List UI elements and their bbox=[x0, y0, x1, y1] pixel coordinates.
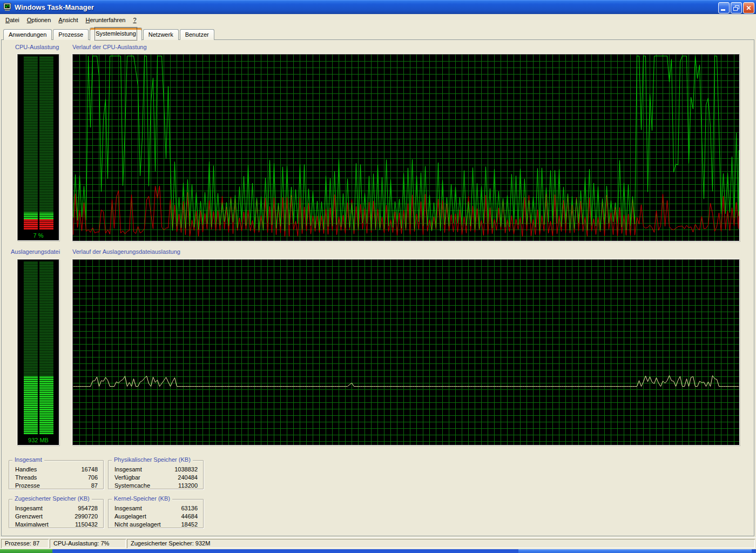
cpu-gauge-value: 7 % bbox=[18, 232, 59, 239]
tab-label: Benutzer bbox=[185, 30, 209, 40]
tab-label: Anwendungen bbox=[9, 30, 46, 40]
tab-anwendungen[interactable]: Anwendungen bbox=[3, 29, 52, 40]
tab-benutzer[interactable]: Benutzer bbox=[180, 29, 214, 40]
stat-row: Insgesamt63136 bbox=[109, 504, 203, 512]
close-icon: ✕ bbox=[746, 5, 751, 11]
taskbar-sliver bbox=[0, 549, 756, 553]
menubar: DateiOptionenAnsichtHerunterfahren? bbox=[0, 14, 756, 25]
cpu-usage-gauge: 7 % bbox=[17, 54, 59, 241]
taskmanager-icon bbox=[3, 3, 12, 11]
stat-label: Prozesse bbox=[15, 482, 40, 490]
menu-item-ansicht[interactable]: Ansicht bbox=[55, 16, 82, 24]
stat-label: Ausgelagert bbox=[114, 512, 146, 521]
stat-value: 18452 bbox=[181, 521, 198, 529]
tab-label: Prozesse bbox=[58, 30, 83, 40]
statusbar-panel: Prozesse: 87 bbox=[1, 539, 49, 548]
groupbox-title: Insgesamt bbox=[12, 456, 44, 463]
stat-row: Verfügbar240484 bbox=[109, 474, 203, 482]
tab-strip: AnwendungenProzesseSystemleistungNetzwer… bbox=[3, 27, 215, 40]
groupbox-physical-memory: Physikalischer Speicher (KB) Insgesamt10… bbox=[108, 460, 204, 489]
groupbox-title: Zugesicherter Speicher (KB) bbox=[12, 495, 92, 502]
stat-label: Maximalwert bbox=[15, 521, 49, 529]
tab-prozesse[interactable]: Prozesse bbox=[53, 29, 89, 40]
pagefile-gauge-label: Auslagerungsdatei bbox=[11, 248, 60, 255]
stat-row: Handles16748 bbox=[9, 466, 103, 474]
stat-row: Insgesamt1038832 bbox=[109, 466, 203, 474]
stat-label: Verfügbar bbox=[114, 474, 140, 482]
pagefile-gauge: 932 MB bbox=[17, 259, 59, 446]
minimize-icon bbox=[721, 9, 725, 11]
pagefile-gauge-column bbox=[39, 261, 53, 434]
stat-label: Insgesamt bbox=[114, 466, 142, 474]
pagefile-history-graph bbox=[72, 259, 740, 446]
pagefile-gauge-fill bbox=[39, 376, 53, 434]
taskmanager-window: Windows Task-Manager ✕ DateiOptionenAnsi… bbox=[0, 0, 756, 553]
stat-value: 87 bbox=[91, 482, 98, 490]
close-button[interactable]: ✕ bbox=[743, 2, 754, 14]
minimize-button[interactable] bbox=[718, 2, 730, 14]
stat-value: 1150432 bbox=[75, 521, 98, 529]
stat-value: 16748 bbox=[81, 466, 98, 474]
cpu-gauge-column bbox=[39, 56, 53, 230]
stat-row: Nicht ausgelagert18452 bbox=[109, 521, 203, 529]
stat-row: Systemcache113200 bbox=[109, 482, 203, 490]
stat-row: Ausgelagert44684 bbox=[109, 512, 203, 521]
stat-label: Handles bbox=[15, 466, 37, 474]
groupbox-title: Kernel-Speicher (KB) bbox=[112, 495, 172, 502]
stat-label: Nicht ausgelagert bbox=[114, 521, 161, 529]
cpu-history-graph bbox=[72, 54, 740, 241]
stat-label: Grenzwert bbox=[15, 512, 43, 521]
cpu-gauge-user-fill bbox=[39, 212, 53, 219]
tab-systemleistung[interactable]: Systemleistung bbox=[90, 28, 142, 41]
stat-value: 63136 bbox=[181, 504, 198, 512]
stat-value: 240484 bbox=[178, 474, 198, 482]
stat-value: 113200 bbox=[178, 482, 198, 490]
restore-icon bbox=[733, 5, 739, 11]
stat-row: Insgesamt954728 bbox=[9, 504, 103, 512]
statusbar-panel: Zugesicherter Speicher: 932M bbox=[127, 539, 755, 548]
stat-row: Maximalwert1150432 bbox=[9, 521, 103, 529]
menu-item-?[interactable]: ? bbox=[129, 16, 140, 24]
stat-value: 954728 bbox=[78, 504, 98, 512]
statusbar: Prozesse: 87CPU-Auslastung: 7%Zugesicher… bbox=[0, 537, 756, 549]
pagefile-history-canvas bbox=[73, 260, 739, 445]
taskbar-button-sliver[interactable] bbox=[518, 549, 752, 553]
stat-row: Prozesse87 bbox=[9, 482, 103, 490]
menu-item-optionen[interactable]: Optionen bbox=[23, 16, 55, 24]
cpu-gauge-label: CPU-Auslastung bbox=[15, 44, 59, 50]
cpu-gauge-kernel-fill bbox=[24, 219, 38, 230]
cpu-gauge-column bbox=[24, 56, 38, 230]
titlebar[interactable]: Windows Task-Manager ✕ bbox=[0, 0, 756, 14]
stat-value: 706 bbox=[88, 474, 98, 482]
stat-label: Insgesamt bbox=[114, 504, 142, 512]
groupbox-commit-charge: Zugesicherter Speicher (KB) Insgesamt954… bbox=[9, 499, 104, 528]
pagefile-gauge-column bbox=[24, 261, 38, 434]
tab-label: Systemleistung bbox=[96, 28, 136, 39]
tab-netzwerk[interactable]: Netzwerk bbox=[143, 29, 179, 40]
stat-value: 1038832 bbox=[174, 466, 198, 474]
groupbox-totals: Insgesamt Handles16748Threads706Prozesse… bbox=[9, 460, 104, 489]
tab-label: Netzwerk bbox=[148, 30, 173, 40]
cpu-history-label: Verlauf der CPU-Auslastung bbox=[72, 44, 147, 50]
groupbox-kernel-memory: Kernel-Speicher (KB) Insgesamt63136Ausge… bbox=[108, 499, 204, 528]
stat-label: Threads bbox=[15, 474, 37, 482]
pagefile-history-label: Verlauf der Auslagerungsdateiauslastung bbox=[72, 248, 180, 255]
stat-label: Insgesamt bbox=[15, 504, 43, 512]
start-button-sliver[interactable] bbox=[0, 549, 52, 553]
pagefile-gauge-fill bbox=[24, 376, 38, 434]
menu-item-datei[interactable]: Datei bbox=[2, 16, 23, 24]
pagefile-gauge-value: 932 MB bbox=[18, 437, 59, 443]
cpu-gauge-kernel-fill bbox=[39, 219, 53, 230]
cpu-history-canvas bbox=[73, 55, 739, 241]
stat-row: Grenzwert2990720 bbox=[9, 512, 103, 521]
window-title: Windows Task-Manager bbox=[15, 3, 94, 11]
stat-label: Systemcache bbox=[114, 482, 150, 490]
restore-button[interactable] bbox=[731, 2, 742, 14]
stat-value: 44684 bbox=[181, 512, 198, 521]
statusbar-panel: CPU-Auslastung: 7% bbox=[50, 539, 126, 548]
cpu-gauge-user-fill bbox=[24, 212, 38, 219]
stat-row: Threads706 bbox=[9, 474, 103, 482]
groupbox-title: Physikalischer Speicher (KB) bbox=[112, 456, 193, 463]
menu-item-herunterfahren[interactable]: Herunterfahren bbox=[82, 16, 129, 24]
stat-value: 2990720 bbox=[75, 512, 98, 521]
